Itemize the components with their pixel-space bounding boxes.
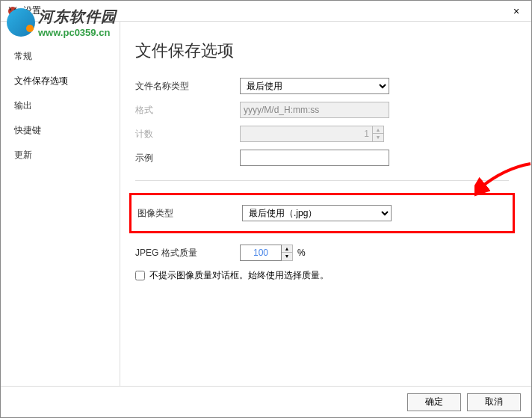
count-up-icon: ▲	[373, 126, 383, 134]
filename-type-select[interactable]: 最后使用	[240, 78, 389, 94]
window-title: 设置	[23, 4, 501, 17]
svg-point-2	[14, 8, 16, 10]
image-type-label: 图像类型	[137, 207, 242, 220]
sidebar-item-output[interactable]: 输出	[1, 93, 120, 118]
close-button[interactable]: ×	[501, 1, 531, 22]
sidebar-item-general[interactable]: 常规	[1, 44, 120, 69]
count-spinner: ▲ ▼	[240, 126, 384, 142]
jpeg-down-icon[interactable]: ▼	[282, 253, 292, 260]
app-icon	[7, 5, 19, 17]
format-label: 格式	[135, 104, 240, 117]
footer: 确定 取消	[1, 386, 531, 417]
highlight-box: 图像类型 最后使用（.jpg）	[129, 193, 515, 233]
sidebar-item-update[interactable]: 更新	[1, 143, 120, 167]
image-type-select[interactable]: 最后使用（.jpg）	[242, 205, 392, 221]
suppress-dialog-label: 不提示图像质量对话框。始终使用选择质量。	[149, 269, 329, 282]
filename-type-label: 文件名称类型	[135, 80, 240, 93]
sidebar-item-shortcut[interactable]: 快捷键	[1, 118, 120, 143]
count-input	[240, 126, 373, 142]
jpeg-quality-spinner[interactable]: ▲ ▼	[240, 245, 293, 261]
sidebar-item-file-save[interactable]: 文件保存选项	[1, 69, 120, 93]
page-title: 文件保存选项	[135, 40, 509, 62]
jpeg-quality-input[interactable]	[240, 245, 282, 261]
format-input	[240, 102, 389, 118]
example-input[interactable]	[240, 150, 389, 166]
annotation-arrow-icon	[474, 159, 532, 197]
jpeg-quality-label: JPEG 格式质量	[135, 247, 240, 259]
ok-button[interactable]: 确定	[407, 393, 461, 411]
divider	[135, 180, 509, 181]
jpeg-quality-unit: %	[297, 248, 306, 258]
svg-point-1	[10, 8, 11, 10]
cancel-button[interactable]: 取消	[467, 393, 521, 411]
count-label: 计数	[135, 128, 240, 141]
suppress-dialog-checkbox[interactable]	[135, 271, 145, 280]
count-down-icon: ▼	[373, 134, 383, 141]
content-panel: 文件保存选项 文件名称类型 最后使用 格式 计数 ▲ ▼ 示例	[120, 22, 531, 386]
jpeg-up-icon[interactable]: ▲	[282, 245, 292, 253]
example-label: 示例	[135, 152, 240, 165]
sidebar: 常规 文件保存选项 输出 快捷键 更新	[1, 22, 120, 386]
titlebar: 设置 ×	[1, 1, 531, 22]
